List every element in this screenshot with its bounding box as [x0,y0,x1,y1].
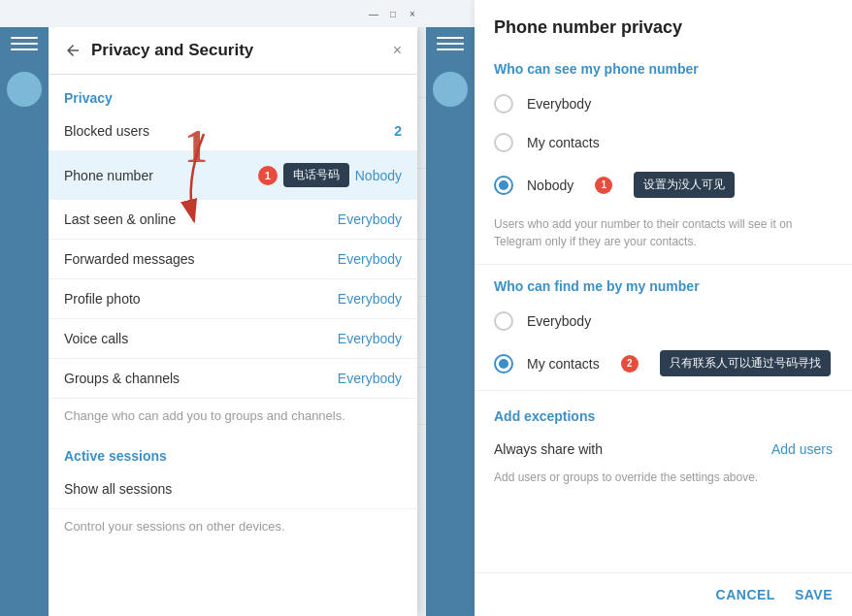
privacy-modal: Privacy and Security × Privacy Blocked u… [49,27,417,616]
always-share-row: Always share with Add users [475,432,852,467]
radio-my-contacts-circle [494,133,513,152]
annotation-bubble-1: 设置为没人可见 [634,172,735,198]
bg-chat-items: 1:49 T 5496 1:34 草 2 21:06 K 2 20:57 [417,27,426,616]
phone-tooltip: 电话号码 [283,163,349,187]
save-button[interactable]: SAVE [795,587,833,602]
radio-everybody-circle [494,94,513,113]
hamburger-menu[interactable] [11,37,38,56]
left-chat-sidebar [0,27,49,616]
left-titlebar: — □ × [0,0,426,27]
phone-modal-header: Phone number privacy [475,27,852,48]
right-chat-sidebar [426,27,475,616]
close-btn-left[interactable]: × [405,6,420,21]
forwarded-item[interactable]: Forwarded messages Everybody [49,240,417,279]
forwarded-value: Everybody [338,251,402,267]
last-seen-value: Everybody [338,211,402,227]
modal-header: Privacy and Security × [49,27,417,75]
chat-item-1: 1:49 T 5496 [417,27,426,98]
voice-calls-item[interactable]: Voice calls Everybody [49,319,417,359]
groups-label: Groups & channels [64,371,180,386]
right-hamburger-line-3 [437,49,464,50]
annotation-badge-1: 1 [595,177,612,194]
user-avatar-left [7,72,42,107]
modal-footer: CANCEL SAVE [475,572,852,616]
groups-item[interactable]: Groups & channels Everybody [49,359,417,399]
left-window: — □ × P [0,0,426,616]
phone-modal-title: Phone number privacy [494,27,833,38]
right-hamburger-menu[interactable] [437,37,464,56]
profile-photo-value: Everybody [338,291,402,307]
show-all-sessions-label: Show all sessions [64,481,172,497]
section1-title: Who can see my phone number [475,48,852,84]
chat-item-4: 20:57 M [417,240,426,297]
hamburger-line-3 [11,49,38,50]
voice-calls-label: Voice calls [64,331,128,346]
section2-title: Who can find me by my number [475,265,852,302]
radio-find-everybody[interactable]: Everybody [475,302,852,340]
phone-number-label: Phone number [64,168,153,183]
radio-nobody-label: Nobody [527,178,573,193]
last-seen-label: Last seen & online [64,211,176,227]
show-all-sessions-item[interactable]: Show all sessions [49,470,417,509]
voice-calls-value: Everybody [338,331,402,346]
always-share-label: Always share with [494,441,603,457]
minimize-btn[interactable]: — [366,6,381,21]
section-divider [475,390,852,391]
phone-number-right: 1 电话号码 Nobody [258,163,402,187]
radio-find-everybody-label: Everybody [527,313,591,329]
chat-item-2: 1:34 草 2 [417,98,426,169]
phone-number-value: Nobody [355,168,402,183]
hamburger-line-1 [11,37,38,39]
radio-everybody[interactable]: Everybody [475,84,852,123]
cancel-button[interactable]: CANCEL [716,587,775,602]
left-chat-list-area: Privacy and Security × Privacy Blocked u… [49,27,426,616]
blocked-users-label: Blocked users [64,123,149,139]
sessions-hint: Control your sessions on other devices. [49,509,417,543]
profile-photo-label: Profile photo [64,291,141,307]
back-button[interactable] [64,42,82,59]
blocked-users-count: 2 [394,123,402,139]
radio-nobody[interactable]: Nobody 1 设置为没人可见 [475,162,852,208]
radio-find-everybody-circle [494,311,513,331]
groups-hint: Change who can add you to groups and cha… [49,399,417,433]
radio-find-contacts-label: My contacts [527,356,600,372]
right-window: — □ × Phone number privacy Who can see m… [426,0,852,616]
chat-item-5: 17:30 A 18 [417,297,426,368]
radio-my-contacts-label: My contacts [527,135,600,150]
info-text: Users who add your number to their conta… [475,208,852,265]
blocked-users-item[interactable]: Blocked users 2 [49,112,417,151]
modal-close-button[interactable]: × [393,42,402,59]
chat-item-3: 21:06 K 2 [417,169,426,240]
add-exceptions-title: Add exceptions [475,395,852,432]
radio-find-contacts-circle [494,354,513,373]
right-hamburger-line-2 [437,43,464,45]
active-sessions-label: Active sessions [49,433,417,470]
chat-item-6: 16:54 R [417,368,426,425]
radio-find-contacts[interactable]: My contacts 2 只有联系人可以通过号码寻找 [475,340,852,386]
right-window-body: Phone number privacy Who can see my phon… [426,27,852,616]
annotation-badge-2: 2 [621,355,639,373]
modal-title: Privacy and Security [91,41,383,60]
user-avatar-right [433,72,468,107]
modal-content: Privacy Blocked users 2 Phone number 1 [49,75,417,616]
radio-everybody-label: Everybody [527,96,591,112]
right-hamburger-line-1 [437,37,464,39]
add-users-link[interactable]: Add users [771,441,833,457]
phone-badge-1: 1 [258,166,278,185]
annotation-bubble-2: 只有联系人可以通过号码寻找 [660,350,831,376]
radio-nobody-circle [494,176,513,195]
last-seen-item[interactable]: Last seen & online Everybody [49,200,417,240]
radio-my-contacts[interactable]: My contacts [475,123,852,162]
forwarded-label: Forwarded messages [64,251,195,267]
privacy-section-label: Privacy [49,75,417,112]
phone-privacy-modal: Phone number privacy Who can see my phon… [475,27,852,616]
phone-number-item[interactable]: Phone number 1 电话号码 Nobody [49,151,417,200]
left-window-body: Privacy and Security × Privacy Blocked u… [0,27,426,616]
profile-photo-item[interactable]: Profile photo Everybody [49,279,417,319]
exceptions-hint: Add users or groups to override the sett… [475,467,852,498]
hamburger-line-2 [11,43,38,45]
groups-value: Everybody [338,371,402,386]
maximize-btn[interactable]: □ [385,6,401,21]
